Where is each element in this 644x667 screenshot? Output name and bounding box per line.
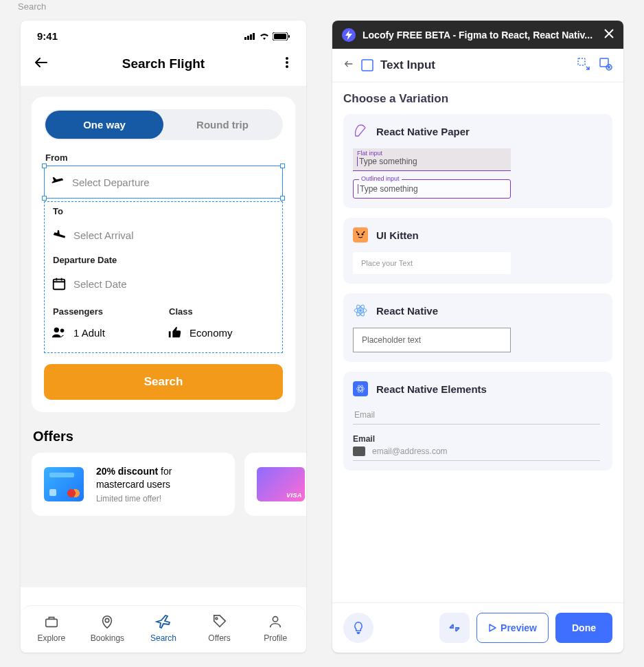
offers-heading: Offers [33, 429, 295, 444]
panel-subheader: Text Input [332, 49, 623, 82]
lightbulb-icon [352, 621, 365, 635]
collapse-button[interactable] [439, 613, 470, 643]
passengers-label: Passengers [51, 306, 159, 317]
status-time: 9:41 [37, 30, 58, 42]
status-icons [244, 32, 290, 41]
ui-kitten-logo-icon [353, 227, 368, 242]
round-trip-tab[interactable]: Round trip [163, 111, 281, 139]
envelope-icon [353, 446, 365, 456]
react-logo-icon [353, 303, 368, 318]
status-bar: 9:41 [21, 21, 306, 47]
svg-rect-0 [244, 37, 246, 40]
svg-point-7 [286, 57, 288, 60]
tab-offers[interactable]: Offers [192, 613, 248, 643]
people-icon [51, 325, 67, 340]
svg-rect-10 [54, 280, 65, 290]
date-input[interactable]: Select Date [51, 268, 275, 299]
one-way-tab[interactable]: One way [45, 111, 163, 139]
locofy-logo [342, 28, 356, 42]
panel-back-button[interactable] [343, 58, 354, 72]
tab-bookings[interactable]: Bookings [80, 613, 136, 643]
svg-point-22 [362, 234, 364, 236]
variation-react-native[interactable]: React Native Placeholder text [343, 293, 612, 362]
rn-input-sample: Placeholder text [353, 328, 511, 352]
svg-rect-3 [253, 33, 255, 40]
offer-card-visa[interactable]: VISA [244, 453, 306, 516]
to-label: To [51, 206, 275, 216]
search-button[interactable]: Search [44, 364, 283, 400]
user-icon [268, 614, 283, 629]
passengers-value: 1 Adult [73, 327, 105, 339]
done-button[interactable]: Done [555, 613, 612, 643]
battery-icon [273, 32, 290, 41]
date-placeholder: Select Date [73, 278, 127, 290]
svg-point-11 [54, 328, 59, 332]
uik-input-sample: Place your Text [353, 252, 511, 274]
svg-rect-13 [46, 619, 58, 626]
visa-image: VISA [257, 467, 305, 501]
multiselect-region: 313 × 56 To Select Arrival Departure Dat… [44, 201, 283, 353]
svg-point-14 [106, 618, 110, 622]
from-placeholder: Select Departure [72, 177, 150, 188]
from-field-group: From Select Departure [44, 152, 283, 199]
flight-land-icon [51, 227, 67, 242]
menu-button[interactable] [276, 56, 294, 72]
class-value: Economy [189, 327, 233, 339]
remove-tag-button[interactable] [599, 57, 612, 74]
svg-rect-1 [247, 36, 249, 40]
offer-subtext: Limited time offer! [96, 494, 222, 504]
back-button[interactable] [33, 54, 51, 74]
tab-explore[interactable]: Explore [23, 613, 80, 643]
date-label: Departure Date [51, 255, 275, 265]
close-button[interactable] [604, 27, 614, 42]
passengers-field[interactable]: Passengers 1 Adult [51, 304, 159, 346]
to-input[interactable]: Select Arrival [51, 219, 275, 251]
svg-rect-6 [288, 35, 290, 38]
arrow-left-icon [343, 58, 354, 69]
variation-react-native-elements[interactable]: React Native Elements Email Email email@… [343, 372, 612, 471]
play-icon [488, 624, 496, 632]
tab-search[interactable]: Search [135, 613, 192, 643]
preview-button[interactable]: Preview [476, 613, 549, 643]
class-field[interactable]: Class Economy [168, 304, 275, 346]
svg-point-27 [356, 387, 364, 390]
svg-rect-18 [578, 58, 585, 65]
collapse-icon [448, 622, 461, 634]
svg-rect-2 [250, 34, 252, 40]
rnp-flat-input-sample: Flat input Type something [353, 148, 511, 171]
variation-title: React Native [376, 305, 438, 317]
remove-tag-icon [599, 57, 612, 71]
variation-react-native-paper[interactable]: React Native Paper Flat input Type somet… [343, 114, 612, 208]
from-input-selected[interactable]: Select Departure [44, 166, 283, 199]
auto-tag-button[interactable] [577, 57, 590, 74]
offer-card-mastercard[interactable]: 20% discount for mastercard users Limite… [32, 453, 235, 516]
briefcase-icon [44, 614, 59, 629]
svg-point-12 [60, 329, 65, 333]
search-form-card: One way Round trip From Select Departure… [32, 97, 295, 412]
svg-point-8 [286, 61, 288, 64]
rnp-logo-icon [353, 124, 368, 139]
plugin-panel: Locofy FREE BETA - Figma to React, React… [332, 21, 623, 653]
rne-logo-icon [353, 381, 368, 396]
auto-tag-icon [577, 57, 590, 71]
close-icon [604, 29, 614, 38]
tab-profile[interactable]: Profile [247, 613, 303, 643]
figma-selection-label: Search [18, 1, 46, 12]
text-input-frame-icon [361, 59, 373, 71]
choose-variation-label: Choose a Variation [343, 92, 612, 106]
dots-vertical-icon [280, 56, 294, 69]
page-title: Search Flight [51, 56, 276, 71]
panel-header: Locofy FREE BETA - Figma to React, React… [332, 21, 623, 49]
svg-rect-17 [362, 60, 373, 71]
panel-body: Choose a Variation React Native Paper Fl… [332, 82, 623, 602]
svg-point-23 [359, 309, 362, 312]
class-label: Class [168, 306, 275, 317]
hint-button[interactable] [343, 613, 373, 643]
rnp-outlined-input-sample: Outlined input Type something [353, 179, 511, 199]
variation-ui-kitten[interactable]: UI Kitten Place your Text [343, 218, 612, 284]
arrow-left-icon [33, 54, 49, 71]
variation-title: UI Kitten [376, 229, 419, 241]
variation-title: React Native Paper [376, 126, 470, 137]
to-placeholder: Select Arrival [73, 229, 134, 241]
rne-email-input-1: Email [353, 406, 600, 425]
